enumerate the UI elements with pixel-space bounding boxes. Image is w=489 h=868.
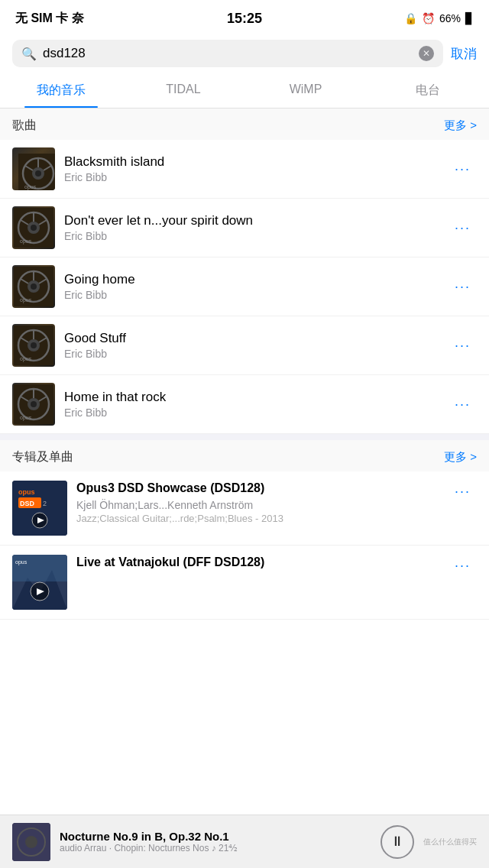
search-input-wrapper[interactable]: 🔍 ✕ — [12, 40, 443, 67]
battery-percent: 66% — [439, 12, 461, 24]
albums-section-header: 专辑及单曲 更多 > — [0, 440, 489, 471]
battery-icon: ▊ — [465, 12, 474, 24]
status-bar: 无 SIM 卡 奈 15:25 🔒 ⏰ 66% ▊ — [0, 0, 489, 34]
list-item[interactable]: opus DSD 2 Opus3 DSD Showcase (DSD128) K… — [0, 471, 489, 546]
albums-section-title: 专辑及单曲 — [12, 449, 73, 465]
svg-point-19 — [31, 283, 37, 290]
status-time: 15:25 — [227, 11, 262, 27]
cancel-button[interactable]: 取消 — [451, 45, 477, 63]
svg-text:DSD: DSD — [20, 500, 35, 507]
list-item[interactable]: opus Don't ever let n...your spirit down… — [0, 199, 489, 257]
album-info: Opus3 DSD Showcase (DSD128) Kjell Öhman;… — [76, 481, 439, 524]
song-title: Don't ever let n...your spirit down — [64, 213, 439, 228]
song-thumbnail: opus — [12, 324, 55, 367]
svg-text:opus: opus — [15, 559, 28, 565]
now-playing-thumbnail — [12, 823, 50, 861]
wifi-icon: 奈 — [72, 11, 84, 24]
svg-point-3 — [35, 170, 41, 177]
song-title: Blacksmith island — [64, 154, 439, 170]
tab-bar: 我的音乐 TIDAL WiMP 电台 — [0, 73, 489, 108]
svg-text:opus: opus — [20, 297, 32, 303]
song-artist: Eric Bibb — [64, 230, 439, 242]
list-item[interactable]: opus Blacksmith island Eric Bibb ··· — [0, 140, 489, 199]
album-more-button[interactable]: ··· — [449, 555, 477, 577]
clear-button[interactable]: ✕ — [419, 46, 434, 61]
song-more-button[interactable]: ··· — [449, 158, 477, 180]
song-info: Home in that rock Eric Bibb — [64, 390, 439, 419]
song-title: Home in that rock — [64, 390, 439, 405]
list-item[interactable]: opus Good Stuff Eric Bibb ··· — [0, 316, 489, 375]
song-more-button[interactable]: ··· — [449, 276, 477, 298]
song-artist: Eric Bibb — [64, 171, 439, 183]
albums-more-button[interactable]: 更多 > — [444, 450, 477, 465]
song-more-button[interactable]: ··· — [449, 335, 477, 357]
svg-point-27 — [31, 342, 37, 348]
svg-text:opus: opus — [20, 238, 32, 245]
songs-list: opus Blacksmith island Eric Bibb ··· — [0, 140, 489, 434]
carrier: 无 SIM 卡 — [15, 11, 68, 24]
songs-section-header: 歌曲 更多 > — [0, 108, 489, 140]
svg-point-55 — [25, 836, 37, 848]
list-item[interactable]: opus Going home Eric Bibb ··· — [0, 257, 489, 316]
album-thumbnail: opus DSD 2 — [12, 481, 67, 536]
album-info: Live at Vatnajokul (DFF DSD128) — [76, 555, 439, 573]
svg-text:opus: opus — [18, 488, 35, 496]
song-info: Don't ever let n...your spirit down Eric… — [64, 213, 439, 242]
svg-point-35 — [31, 401, 37, 407]
svg-text:opus: opus — [24, 184, 37, 190]
album-more-button[interactable]: ··· — [449, 481, 477, 503]
song-info: Going home Eric Bibb — [64, 272, 439, 301]
song-title: Good Stuff — [64, 331, 439, 346]
svg-text:opus: opus — [20, 415, 32, 421]
now-playing-info: Nocturne No.9 in B, Op.32 No.1 audio Arr… — [60, 830, 371, 853]
song-info: Blacksmith island Eric Bibb — [64, 154, 439, 183]
song-title: Going home — [64, 272, 439, 287]
section-divider — [0, 434, 489, 440]
svg-text:opus: opus — [20, 356, 32, 362]
svg-text:2: 2 — [43, 500, 47, 507]
now-playing-controls: ⏸ — [381, 825, 414, 859]
lock-icon: 🔒 — [404, 12, 417, 24]
album-artist: Kjell Öhman;Lars...Kenneth Arnström — [76, 499, 439, 511]
songs-section-title: 歌曲 — [12, 118, 37, 134]
album-meta: Jazz;Classical Guitar;...rde;Psalm;Blues… — [76, 513, 439, 524]
list-item[interactable]: opus Live at Vatnajokul (DFF DSD128) ··· — [0, 546, 489, 620]
song-more-button[interactable]: ··· — [449, 217, 477, 239]
pause-button[interactable]: ⏸ — [381, 825, 414, 859]
watermark: 值么什么值得买 — [423, 837, 477, 847]
song-thumbnail: opus — [12, 265, 55, 308]
now-playing-bar[interactable]: Nocturne No.9 in B, Op.32 No.1 audio Arr… — [0, 815, 489, 868]
now-playing-subtitle: audio Arrau · Chopin: Nocturnes Nos ♪ 21… — [60, 843, 371, 853]
tab-tidal[interactable]: TIDAL — [122, 73, 244, 108]
tab-radio[interactable]: 电台 — [367, 73, 489, 108]
alarm-icon: ⏰ — [422, 12, 435, 24]
song-thumbnail: opus — [12, 147, 55, 190]
song-info: Good Stuff Eric Bibb — [64, 331, 439, 360]
reel-art: opus — [18, 154, 49, 184]
song-more-button[interactable]: ··· — [449, 394, 477, 416]
album-title: Live at Vatnajokul (DFF DSD128) — [76, 555, 439, 571]
tab-wimp[interactable]: WiMP — [244, 73, 367, 108]
search-bar: 🔍 ✕ 取消 — [0, 34, 489, 73]
now-playing-title: Nocturne No.9 in B, Op.32 No.1 — [60, 830, 371, 843]
search-icon: 🔍 — [21, 47, 37, 61]
carrier-wifi: 无 SIM 卡 奈 — [15, 11, 84, 27]
album-thumbnail: opus — [12, 555, 67, 610]
tab-my-music[interactable]: 我的音乐 — [0, 73, 122, 108]
albums-list: opus DSD 2 Opus3 DSD Showcase (DSD128) K… — [0, 471, 489, 620]
search-input[interactable] — [43, 46, 413, 61]
song-thumbnail: opus — [12, 206, 55, 249]
song-artist: Eric Bibb — [64, 348, 439, 360]
list-item[interactable]: opus Home in that rock Eric Bibb ··· — [0, 375, 489, 434]
status-right: 🔒 ⏰ 66% ▊ — [404, 12, 474, 24]
svg-point-11 — [31, 225, 37, 231]
song-thumbnail: opus — [12, 383, 55, 426]
song-artist: Eric Bibb — [64, 289, 439, 301]
songs-more-button[interactable]: 更多 > — [444, 118, 477, 133]
album-title: Opus3 DSD Showcase (DSD128) — [76, 481, 439, 497]
song-artist: Eric Bibb — [64, 406, 439, 419]
